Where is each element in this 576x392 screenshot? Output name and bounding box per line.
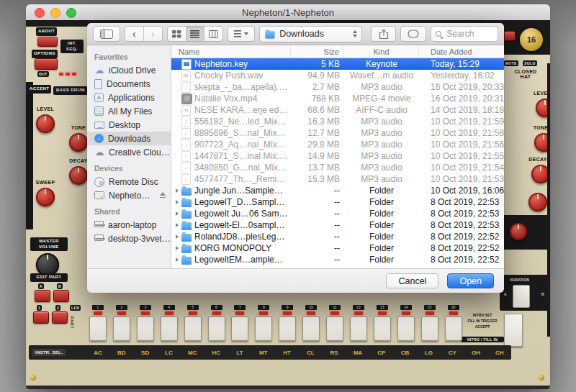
- wav-icon: [181, 70, 191, 81]
- file-row[interactable]: Jungle Jun…SamplePack--Folder10 Oct 2019…: [171, 185, 504, 196]
- tag-button[interactable]: [400, 26, 426, 42]
- pattern-1-button[interactable]: [33, 311, 49, 324]
- cancel-button[interactable]: Cancel: [386, 273, 438, 288]
- bd-decay-knob[interactable]: [69, 166, 88, 185]
- step-key-1[interactable]: [89, 316, 107, 341]
- sidebar-item-desktop-3vvet[interactable]: desktop-3vvet…: [87, 232, 171, 245]
- back-button[interactable]: ‹: [125, 27, 144, 41]
- app-titlebar[interactable]: Nepheton/1-Nepheton: [26, 4, 550, 21]
- column-header-date-added[interactable]: Date Added: [419, 45, 504, 58]
- step-key-3[interactable]: [137, 316, 154, 341]
- step-key-12[interactable]: [350, 316, 367, 341]
- file-kind: Folder: [344, 232, 419, 242]
- part-b-button[interactable]: [53, 290, 69, 302]
- step-key-6[interactable]: [208, 316, 225, 341]
- bd-tone-knob[interactable]: [69, 133, 88, 152]
- sidebar-toggle-button[interactable]: [93, 26, 120, 42]
- accent-level-knob[interactable]: [36, 114, 55, 133]
- file-row[interactable]: ♪556182_Ne…led_Mix.mp316.3 MBMP3 audio10…: [171, 116, 504, 127]
- step-key-10[interactable]: [302, 316, 320, 341]
- file-kind: Folder: [344, 197, 419, 207]
- location-popup[interactable]: Downloads: [259, 26, 361, 42]
- disclosure-triangle[interactable]: [176, 223, 179, 227]
- minimize-button[interactable]: [50, 8, 60, 18]
- sidebar-item-applications[interactable]: AApplications: [87, 91, 171, 104]
- file-row[interactable]: Natalie Vox.mp4768 KBMPEG-4 movie16 Oct …: [171, 93, 504, 104]
- file-row[interactable]: RolandJD8…plesLegowelt--Folder8 Oct 2019…: [171, 231, 504, 242]
- share-button[interactable]: [371, 26, 397, 42]
- zoom-button[interactable]: [66, 8, 76, 18]
- step-key-2[interactable]: [113, 316, 130, 341]
- file-row[interactable]: Legowelt Ju…06 Samples--Folder8 Oct 2019…: [171, 208, 504, 219]
- disclosure-triangle[interactable]: [176, 234, 179, 239]
- top-right-button[interactable]: [504, 31, 516, 41]
- sidebar-item-remote-disc[interactable]: Remote Disc: [87, 175, 171, 188]
- group-by-button[interactable]: [228, 26, 255, 42]
- file-row[interactable]: Chocky Push.wav94.9 MBWavef…m audioYeste…: [171, 70, 504, 81]
- file-row[interactable]: ♪8895696_S…nal_Mix.mp312.7 MBMP3 audio10…: [171, 127, 504, 139]
- instrument-label-oh: OH: [469, 350, 483, 356]
- sidebar-item-downloads[interactable]: ↓Downloads: [87, 132, 171, 145]
- bd-sweep-knob[interactable]: [36, 188, 55, 206]
- disclosure-triangle[interactable]: [176, 257, 179, 262]
- file-row[interactable]: ♪4577477_Th…_Remix.mp315.3 MBMP3 audio10…: [171, 173, 504, 185]
- disclosure-triangle[interactable]: [176, 200, 179, 204]
- step-key-5[interactable]: [184, 316, 202, 341]
- forward-button[interactable]: ›: [144, 27, 162, 41]
- disclosure-triangle[interactable]: [176, 188, 179, 193]
- intro-fill-in-key[interactable]: [504, 314, 523, 347]
- ch-decay-label: DECAY: [526, 157, 550, 162]
- master-volume-label: MASTER VOLUME: [30, 237, 68, 251]
- right-extra-knob[interactable]: [528, 193, 547, 211]
- file-row[interactable]: KORG MONOPOLY--Folder8 Oct 2019, 22:52: [171, 242, 504, 254]
- file-row[interactable]: ♪907723_Aq…nal_Mix.mp329.8 MBMP3 audio10…: [171, 139, 504, 150]
- step-key-13[interactable]: [374, 316, 391, 341]
- eject-icon[interactable]: [159, 192, 166, 199]
- file-row[interactable]: Nepheton.key5 KBKeynoteToday, 15:29: [171, 58, 504, 70]
- disclosure-triangle[interactable]: [176, 246, 179, 250]
- file-row[interactable]: NESE KARA…erje edit).aif68.6 MBAIFF-C au…: [171, 104, 504, 116]
- sidebar-item-desktop[interactable]: Desktop: [87, 118, 171, 132]
- part-a-button[interactable]: [35, 290, 50, 302]
- step-key-4[interactable]: [161, 316, 178, 341]
- file-row[interactable]: LegowelT_D…SamplePack--Folder8 Oct 2019,…: [171, 196, 504, 208]
- step-key-7[interactable]: [231, 316, 248, 341]
- sidebar-item-aaron-laptop[interactable]: aaron-laptop: [87, 218, 171, 232]
- search-input[interactable]: [445, 28, 493, 40]
- open-button[interactable]: Open: [447, 273, 494, 288]
- file-row[interactable]: Legowelt-El…0sampleKit--Folder8 Oct 2019…: [171, 219, 504, 231]
- disclosure-triangle[interactable]: [176, 211, 179, 216]
- file-size: --: [291, 197, 344, 207]
- column-view-button[interactable]: [204, 27, 222, 41]
- column-header-kind[interactable]: Kind: [344, 45, 419, 58]
- step-key-8[interactable]: [255, 316, 272, 341]
- sidebar-item-all-my-files[interactable]: All My Files: [87, 104, 171, 118]
- file-row[interactable]: ♪3480850_G…nal_Mix.mp313.7 MBMP3 audio10…: [171, 162, 504, 173]
- step-led: [449, 311, 458, 315]
- column-header-size[interactable]: Size: [291, 45, 344, 58]
- step-key-16[interactable]: [445, 316, 462, 341]
- sidebar-item-nepheton-1[interactable]: Nepheton-1…: [87, 188, 171, 202]
- file-row[interactable]: ♪skepta_-_ba…apella).mp32.7 MBMP3 audio1…: [171, 81, 504, 93]
- step-number-label: 7: [234, 305, 246, 310]
- step-number-label: 6: [211, 305, 222, 310]
- step-key-14[interactable]: [397, 316, 415, 341]
- mid-right-knob[interactable]: [510, 223, 527, 240]
- step-key-11[interactable]: [326, 316, 343, 341]
- sidebar-item-documents[interactable]: Documents: [87, 77, 171, 91]
- close-button[interactable]: [35, 8, 45, 18]
- column-header-name[interactable]: Name: [171, 45, 291, 58]
- list-view-button[interactable]: [186, 27, 205, 41]
- file-row[interactable]: LegoweltEM…amplePack--Folder8 Oct 2019, …: [171, 254, 504, 265]
- pattern-2-button[interactable]: [52, 311, 68, 324]
- step-key-9[interactable]: [279, 316, 296, 341]
- options-button[interactable]: [35, 58, 58, 70]
- step-key-15[interactable]: [421, 316, 438, 341]
- sidebar-item-creative-cloud[interactable]: ☁Creative Cloud…: [87, 145, 171, 159]
- sidebar-item-icloud-drive[interactable]: ☁iCloud Drive: [87, 63, 171, 77]
- variation-switch[interactable]: [513, 285, 530, 308]
- step-number-label: 4: [163, 305, 175, 310]
- icon-view-button[interactable]: [168, 27, 186, 41]
- about-button[interactable]: [37, 37, 58, 47]
- file-row[interactable]: ♪1447871_S…inal Mix.mp314.9 MBMP3 audio1…: [171, 150, 504, 162]
